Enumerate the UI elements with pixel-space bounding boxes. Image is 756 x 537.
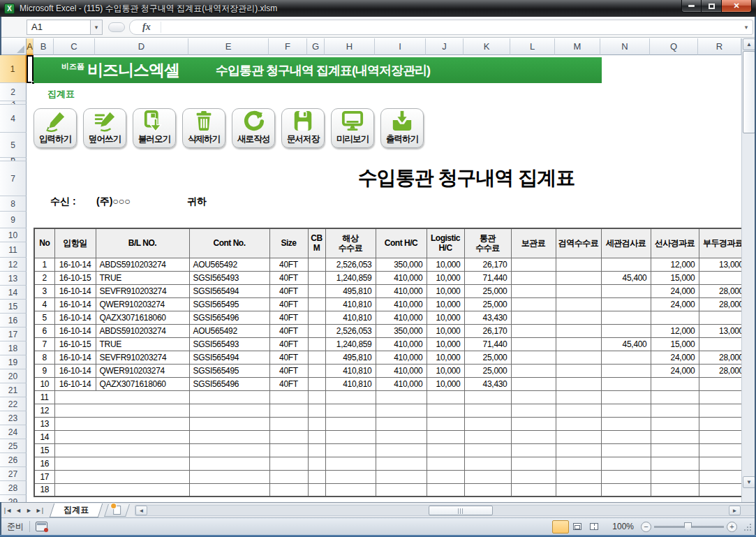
table-cell[interactable] [54,457,189,470]
table-cell[interactable]: 10,000 [427,297,464,311]
new-document-button[interactable]: 새로작성 [232,108,275,148]
table-cell[interactable]: SGSI565495 [189,297,269,311]
table-cell[interactable] [556,443,601,457]
row-header[interactable]: 17 [0,328,27,341]
table-cell[interactable] [376,443,427,457]
row-header[interactable]: 12 [0,258,27,272]
table-cell[interactable] [511,457,556,470]
row-header[interactable]: 25 [0,439,27,453]
table-cell[interactable]: 40FT [269,377,308,390]
table-cell[interactable] [54,470,189,483]
table-cell[interactable]: SGSI565493 [189,271,269,284]
load-button[interactable]: 불러오기 [133,108,176,148]
table-cell[interactable] [601,311,651,324]
table-cell[interactable] [556,404,601,417]
table-cell[interactable]: 16-10-14 [54,311,96,324]
table-cell[interactable]: 6 [34,324,54,337]
table-cell[interactable]: 25,000 [464,351,511,364]
table-cell[interactable] [601,351,651,364]
column-header[interactable]: G [307,38,325,55]
table-cell[interactable]: 3 [34,284,54,297]
table-cell[interactable] [556,258,601,271]
column-header[interactable]: M [555,38,600,55]
table-cell[interactable] [427,417,464,430]
table-cell[interactable]: 10,000 [427,258,464,271]
table-cell[interactable]: 16-10-14 [54,364,96,377]
table-cell[interactable] [376,417,427,430]
table-cell[interactable] [556,457,601,470]
table-cell[interactable]: 10,000 [427,377,464,390]
row-header[interactable]: 21 [0,383,27,397]
table-cell[interactable] [325,430,376,443]
table-cell[interactable] [189,430,269,443]
table-cell[interactable]: ABDS5910203274 [96,324,189,337]
table-cell[interactable] [601,297,651,311]
table-cell[interactable]: SEVFR910203274 [96,284,189,297]
table-cell[interactable]: 10,000 [427,364,464,377]
table-cell[interactable]: SGSI565496 [189,377,269,390]
table-cell[interactable]: 43,430 [464,311,511,324]
table-cell[interactable]: 25,000 [464,297,511,311]
table-header-cell[interactable]: B/L NO. [96,228,189,258]
table-cell[interactable] [269,417,308,430]
table-cell[interactable]: 28,000 [699,364,741,377]
table-cell[interactable] [376,457,427,470]
row-header[interactable]: 15 [0,300,27,314]
row-header[interactable]: 4 [0,105,27,133]
table-cell[interactable]: ABDS5910203274 [96,258,189,271]
horizontal-scrollbar[interactable]: ◄ ► [135,505,756,516]
first-sheet-button[interactable]: |◄ [3,507,13,514]
table-cell[interactable] [511,284,556,297]
table-cell[interactable]: 1,240,859 [325,271,376,284]
table-cell[interactable] [189,443,269,457]
table-cell[interactable]: 40FT [269,324,308,337]
table-cell[interactable] [54,417,189,430]
table-cell[interactable]: 13,000 [699,258,741,271]
table-cell[interactable] [269,390,308,404]
table-cell[interactable]: 45,400 [601,337,651,351]
minimize-button[interactable] [681,0,702,13]
macro-record-button[interactable] [36,522,47,531]
table-cell[interactable] [601,404,651,417]
table-header-cell[interactable]: 해상 수수료 [325,228,376,258]
table-cell[interactable] [556,377,601,390]
table-cell[interactable]: 10,000 [427,337,464,351]
row-header[interactable]: 11 [0,242,27,258]
table-cell[interactable] [189,417,269,430]
vertical-scroll-thumb[interactable] [743,51,755,133]
table-cell[interactable]: 40FT [269,258,308,271]
table-cell[interactable] [511,258,556,271]
row-header[interactable]: 22 [0,397,27,411]
row-header[interactable]: 13 [0,272,27,286]
table-header-cell[interactable]: 부두경과료 [699,228,741,258]
table-cell[interactable] [511,430,556,443]
table-cell[interactable] [308,297,325,311]
table-cell[interactable] [601,430,651,443]
table-cell[interactable]: SGSI565495 [189,364,269,377]
table-cell[interactable]: 11 [34,390,54,404]
table-header-cell[interactable]: Logistic H/C [427,228,464,258]
table-cell[interactable]: 18 [34,483,54,496]
table-cell[interactable] [269,404,308,417]
tab-summary-sheet[interactable]: 집계표 [50,503,103,517]
table-cell[interactable]: 8 [34,351,54,364]
vertical-scrollbar[interactable]: ▲ ▼ [741,38,755,502]
table-cell[interactable]: 12 [34,404,54,417]
table-cell[interactable]: 10,000 [427,351,464,364]
table-cell[interactable] [699,271,741,284]
save-button[interactable]: 문서저장 [281,108,325,148]
table-cell[interactable] [464,443,511,457]
table-cell[interactable]: QWER910203274 [96,364,189,377]
next-sheet-button[interactable]: ► [24,507,34,514]
formula-expand-dropdown[interactable]: ▾ [740,24,753,31]
table-cell[interactable]: SGSI565494 [189,351,269,364]
table-cell[interactable]: 2,526,053 [325,324,376,337]
row-header[interactable]: 18 [0,341,27,355]
table-cell[interactable]: 5 [34,311,54,324]
table-header-cell[interactable]: Size [269,228,308,258]
table-cell[interactable]: QAZX3071618060 [96,377,189,390]
table-cell[interactable]: 40FT [269,364,308,377]
table-cell[interactable] [308,284,325,297]
table-cell[interactable]: 71,440 [464,337,511,351]
table-cell[interactable] [308,271,325,284]
